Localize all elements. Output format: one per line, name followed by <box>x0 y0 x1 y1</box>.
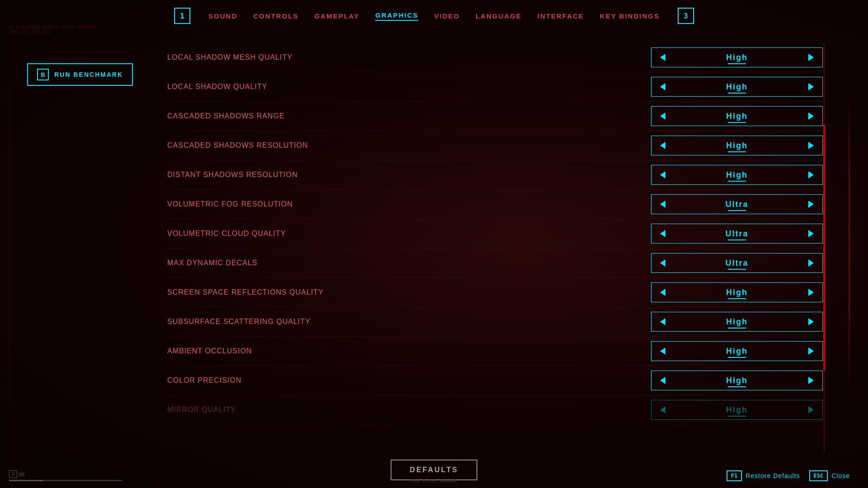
setting-label: Max Dynamic Decals <box>167 259 651 267</box>
setting-control: High <box>651 312 823 332</box>
setting-control: High <box>651 106 823 126</box>
setting-decrease-button[interactable] <box>651 48 674 67</box>
right-decoration <box>849 90 850 398</box>
setting-control: High <box>651 136 823 155</box>
setting-row: Distant Shadows ResolutionHigh <box>167 160 823 190</box>
setting-label: Color Precision <box>167 376 651 385</box>
nav-item-key-bindings[interactable]: KEY BINDINGS <box>600 12 660 20</box>
nav-item-controls[interactable]: CONTROLS <box>253 12 298 20</box>
right-arrow-icon <box>808 201 814 208</box>
setting-row: Subsurface Scattering QualityHigh <box>167 307 823 337</box>
setting-decrease-button[interactable] <box>651 77 674 96</box>
settings-list: Local Shadow Mesh QualityHighLocal Shado… <box>167 43 823 425</box>
setting-row: Volumetric Cloud QualityUltra <box>167 219 823 249</box>
setting-decrease-button[interactable] <box>651 400 674 419</box>
nav-item-gameplay[interactable]: GAMEPLAY <box>314 12 359 20</box>
setting-increase-button[interactable] <box>800 371 822 390</box>
scrollbar[interactable] <box>823 43 825 452</box>
setting-decrease-button[interactable] <box>651 342 674 361</box>
setting-value: High <box>674 53 800 62</box>
restore-defaults-hint: F1 Restore Defaults <box>726 470 800 481</box>
setting-increase-button[interactable] <box>800 165 822 184</box>
nav-item-interface[interactable]: INTERFACE <box>538 12 584 20</box>
right-arrow-icon <box>808 113 814 120</box>
setting-value: High <box>674 317 800 327</box>
benchmark-label: RUN BENCHMARK <box>54 71 123 78</box>
nav-item-video[interactable]: VIDEO <box>434 12 460 20</box>
setting-increase-button[interactable] <box>800 77 822 96</box>
setting-control: High <box>651 371 823 390</box>
benchmark-badge: B <box>37 69 49 80</box>
scrollbar-track <box>824 43 825 452</box>
left-arrow-icon <box>660 259 665 267</box>
setting-label: Cascaded Shadows Range <box>167 112 651 120</box>
setting-value: Ultra <box>674 229 800 239</box>
setting-decrease-button[interactable] <box>651 136 674 155</box>
setting-row: Cascaded Shadows RangeHigh <box>167 102 823 131</box>
setting-decrease-button[interactable] <box>651 165 674 184</box>
setting-control: High <box>651 77 823 97</box>
setting-control: Ultra <box>651 224 823 244</box>
setting-row: Cascaded Shadows ResolutionHigh <box>167 131 823 160</box>
right-arrow-icon <box>808 259 814 267</box>
setting-increase-button[interactable] <box>800 48 822 67</box>
setting-value: High <box>674 170 800 180</box>
setting-value: High <box>674 141 800 150</box>
nav-item-graphics[interactable]: GRAPHICS <box>375 11 418 21</box>
setting-increase-button[interactable] <box>800 283 822 302</box>
defaults-button[interactable]: DEFAULTS <box>391 460 477 480</box>
right-arrow-icon <box>808 83 814 90</box>
setting-control: High <box>651 165 823 185</box>
setting-value: High <box>674 347 800 356</box>
nav-items: SOUNDCONTROLSGAMEPLAYGRAPHICSVIDEOLANGUA… <box>208 11 660 21</box>
setting-label: Local Shadow Quality <box>167 83 651 91</box>
setting-label: Subsurface Scattering Quality <box>167 318 651 326</box>
setting-increase-button[interactable] <box>800 195 822 214</box>
setting-value: High <box>674 288 800 297</box>
right-arrow-icon <box>808 377 814 384</box>
top-navigation: 1 SOUNDCONTROLSGAMEPLAYGRAPHICSVIDEOLANG… <box>0 0 868 32</box>
setting-increase-button[interactable] <box>800 224 822 243</box>
setting-label: Mirror Quality <box>167 406 651 414</box>
setting-decrease-button[interactable] <box>651 107 674 126</box>
right-arrow-icon <box>808 54 814 61</box>
setting-value: High <box>674 82 800 92</box>
right-arrow-icon <box>808 230 814 237</box>
setting-label: Volumetric Cloud Quality <box>167 230 651 238</box>
esc-key-badge: ESC <box>809 470 828 481</box>
setting-control: High <box>651 282 823 302</box>
setting-label: Ambient Occlusion <box>167 347 651 355</box>
setting-increase-button[interactable] <box>800 342 822 361</box>
setting-row: Max Dynamic DecalsUltra <box>167 249 823 278</box>
setting-decrease-button[interactable] <box>651 371 674 390</box>
nav-item-sound[interactable]: SOUND <box>208 12 237 20</box>
setting-row: Local Shadow QualityHigh <box>167 72 823 102</box>
setting-increase-button[interactable] <box>800 136 822 155</box>
left-panel: B RUN BENCHMARK <box>27 36 163 86</box>
setting-row: Color PrecisionHigh <box>167 366 823 395</box>
left-arrow-icon <box>660 318 665 325</box>
setting-label: Cascaded Shadows Resolution <box>167 141 651 150</box>
setting-row: Local Shadow Mesh QualityHigh <box>167 43 823 72</box>
setting-decrease-button[interactable] <box>651 312 674 331</box>
setting-increase-button[interactable] <box>800 400 822 419</box>
setting-decrease-button[interactable] <box>651 195 674 214</box>
close-hint: ESC Close <box>809 470 850 481</box>
right-arrow-icon <box>808 406 814 413</box>
run-benchmark-button[interactable]: B RUN BENCHMARK <box>27 63 133 86</box>
setting-row: Ambient OcclusionHigh <box>167 337 823 366</box>
setting-control: High <box>651 47 823 67</box>
setting-increase-button[interactable] <box>800 312 822 331</box>
nav-item-language[interactable]: LANGUAGE <box>476 12 522 20</box>
right-arrow-icon <box>808 318 814 325</box>
setting-increase-button[interactable] <box>800 107 822 126</box>
nav-badge-left: 1 <box>174 8 190 24</box>
setting-decrease-button[interactable] <box>651 253 674 272</box>
setting-increase-button[interactable] <box>800 253 822 272</box>
setting-decrease-button[interactable] <box>651 224 674 243</box>
setting-decrease-button[interactable] <box>651 283 674 302</box>
right-arrow-icon <box>808 142 814 149</box>
setting-value: Ultra <box>674 200 800 209</box>
setting-control: Ultra <box>651 253 823 273</box>
scrollbar-thumb <box>823 125 825 370</box>
